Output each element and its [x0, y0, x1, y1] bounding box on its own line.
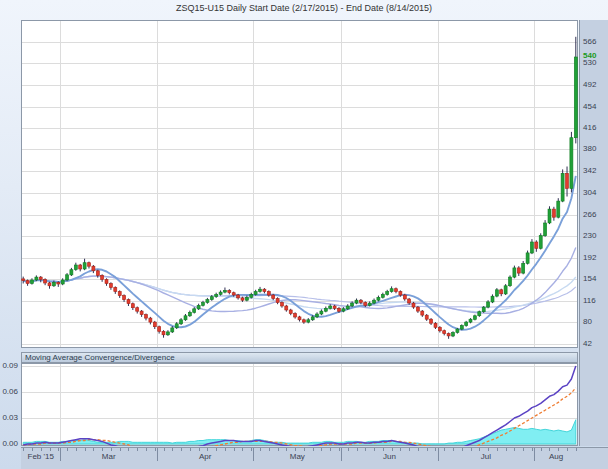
- macd-panel-title: Moving Average Convergence/Divergence: [25, 353, 175, 362]
- chart-window: ZSQ15-U15 Daily Start Date (2/17/2015) -…: [0, 0, 608, 469]
- price-axis: [579, 20, 608, 446]
- macd-tick-label: 0.09: [0, 361, 18, 370]
- macd-chart-area[interactable]: [21, 363, 578, 446]
- macd-tick-label: 0.03: [0, 413, 18, 422]
- macd-tick-label: 0.00: [0, 439, 18, 448]
- chart-title: ZSQ15-U15 Daily Start Date (2/17/2015) -…: [0, 3, 608, 13]
- time-axis: [21, 447, 608, 469]
- macd-tick-label: 0.06: [0, 387, 18, 396]
- macd-panel-header: Moving Average Convergence/Divergence: [21, 352, 578, 363]
- price-chart-area[interactable]: [21, 20, 578, 348]
